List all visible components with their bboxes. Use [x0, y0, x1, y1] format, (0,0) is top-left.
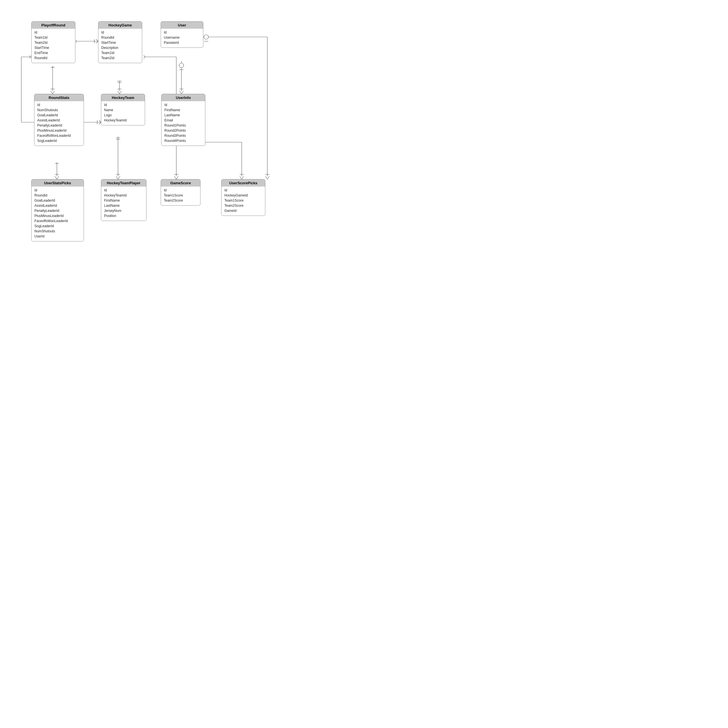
field-rs-assistleaderid: AssistLeaderId — [37, 118, 81, 123]
field-htp-lastname: LastName — [104, 203, 143, 208]
svg-line-24 — [116, 176, 118, 179]
entity-userscorepicks-body: Id HockeyGameId Team1Score Team2Score Ga… — [222, 187, 265, 216]
field-rs-id: Id — [37, 102, 81, 107]
field-usp-assistleaderid: AssistLeaderId — [34, 203, 81, 208]
field-hg-description: Description — [101, 45, 139, 50]
entity-hockeygame-header: HockeyGame — [98, 21, 142, 29]
svg-line-25 — [118, 176, 120, 179]
field-uscp-hockeygameid: HockeyGameId — [224, 193, 262, 198]
svg-line-32 — [242, 176, 244, 179]
entity-roundstats-body: Id NumShutouts GoalLeaderId AssistLeader… — [34, 101, 84, 145]
field-usp-userid: UserId — [34, 234, 81, 239]
field-htp-position: Position — [104, 213, 143, 219]
entity-roundstats: RoundStats Id NumShutouts GoalLeaderId A… — [34, 94, 84, 146]
field-pr-endtime: EndTime — [34, 50, 72, 55]
field-usp-numshutouts: NumShutouts — [34, 229, 81, 234]
svg-line-48 — [144, 57, 145, 58]
field-pr-team2id: Team2Id — [34, 40, 72, 45]
field-rs-goalleaderid: GoalLeaderId — [37, 113, 81, 118]
entity-userscorepicks: UserScorePicks Id HockeyGameId Team1Scor… — [221, 179, 265, 216]
field-u-password: Password — [164, 40, 200, 45]
svg-line-45 — [176, 176, 178, 179]
entity-hockeyteam-body: Id Name Logo HockeyTeamId — [101, 101, 145, 125]
field-uscp-team2score: Team2Score — [224, 203, 262, 208]
field-gs-team2score: Team2Score — [164, 198, 197, 203]
svg-line-52 — [265, 176, 267, 179]
diagram-container: PlayoffRound Id Team1Id Team2Id StartTim… — [0, 0, 307, 307]
entity-userstatspicks-header: UserStatsPicks — [32, 179, 84, 187]
field-gs-team1score: Team1Score — [164, 193, 197, 198]
entity-userstatspicks: UserStatsPicks Id RoundId GoalLeaderId A… — [31, 179, 84, 242]
field-ht-name: Name — [104, 107, 142, 113]
field-u-username: Username — [164, 35, 200, 40]
svg-point-18 — [179, 63, 184, 68]
svg-line-61 — [99, 122, 101, 124]
field-usp-id: Id — [34, 188, 81, 193]
field-ui-email: Email — [164, 118, 202, 123]
field-usp-faceoffswonleaderid: FaceoffsWonLeaderId — [34, 219, 81, 223]
entity-user-body: Id Username Password — [161, 29, 203, 47]
svg-line-60 — [99, 120, 101, 122]
field-htp-firstname: FirstName — [104, 198, 143, 203]
entity-userinfo: UserInfo Id FirstName LastName Email Rou… — [161, 94, 205, 146]
field-rs-faceoffswonleaderid: FaceoffsWonLeaderId — [37, 133, 81, 138]
entity-userinfo-body: Id FirstName LastName Email Round1Points… — [162, 101, 205, 145]
svg-line-31 — [240, 176, 242, 179]
svg-line-39 — [57, 176, 59, 179]
field-u-id: Id — [164, 30, 200, 35]
entity-playoffround: PlayoffRound Id Team1Id Team2Id StartTim… — [31, 21, 75, 63]
entity-gamescore-header: GameScore — [161, 179, 200, 187]
svg-line-14 — [96, 39, 98, 41]
field-ui-firstname: FirstName — [164, 107, 202, 113]
entity-hockeygame-body: Id RoundId StartTime Description Team1Id… — [98, 29, 142, 63]
svg-line-53 — [267, 176, 269, 179]
field-rs-plusminusleaderid: PlusMinusLeaderId — [37, 128, 81, 133]
entity-hockeyteamplayer-body: Id HockeyTeamId FirstName LastName Jerse… — [101, 187, 146, 221]
entity-hockeygame: HockeyGame Id RoundId StartTime Descript… — [98, 21, 142, 63]
entity-user-header: User — [161, 21, 203, 29]
field-ui-round4points: Round4Points — [164, 138, 202, 143]
field-htp-jerseynum: JerseyNum — [104, 208, 143, 213]
field-usp-plusminusleaderid: PlusMinusLeaderId — [34, 213, 81, 219]
entity-hockeyteam: HockeyTeam Id Name Logo HockeyTeamId — [101, 94, 145, 125]
svg-line-8 — [119, 91, 121, 94]
svg-line-15 — [96, 41, 98, 43]
entity-gamescore: GameScore Id Team1Score Team2Score — [161, 179, 200, 206]
field-pr-id: Id — [34, 30, 72, 35]
field-ht-id: Id — [104, 102, 142, 107]
field-hg-team2id: Team2Id — [101, 55, 139, 61]
field-rs-sogleaderid: SogLeaderId — [37, 138, 81, 143]
field-htp-id: Id — [104, 188, 143, 193]
svg-line-47 — [144, 55, 145, 57]
svg-line-2 — [53, 91, 55, 94]
field-rs-numshutouts: NumShutouts — [37, 107, 81, 113]
field-htp-hockeyteamid: HockeyTeamId — [104, 193, 143, 198]
entity-playoffround-body: Id Team1Id Team2Id StartTime EndTime Rou… — [32, 29, 75, 63]
field-ui-round1points: Round1Points — [164, 123, 202, 128]
entity-playoffround-header: PlayoffRound — [32, 21, 75, 29]
field-pr-team1id: Team1Id — [34, 35, 72, 40]
field-hg-team1id: Team1Id — [101, 50, 139, 55]
field-usp-sogleaderid: SogLeaderId — [34, 223, 81, 229]
entity-hockeyteamplayer: HockeyTeamPlayer Id HockeyTeamId FirstNa… — [101, 179, 147, 221]
field-usp-penaltyleaderid: PenaltyLeaderId — [34, 208, 81, 213]
field-pr-roundid: RoundId — [34, 55, 72, 61]
field-uscp-gameid: GameId — [224, 208, 262, 213]
field-rs-penaltyleaderid: PenaltyLeaderId — [37, 123, 81, 128]
field-uscp-team1score: Team1Score — [224, 198, 262, 203]
field-ht-hockeyteamid: HockeyTeamId — [104, 118, 142, 123]
field-usp-goalleaderid: GoalLeaderId — [34, 198, 81, 203]
field-ui-lastname: LastName — [164, 113, 202, 118]
svg-line-20 — [179, 91, 181, 94]
svg-line-1 — [50, 91, 53, 94]
field-usp-roundid: RoundId — [34, 193, 81, 198]
entity-userinfo-header: UserInfo — [162, 94, 205, 101]
field-ui-round2points: Round2Points — [164, 128, 202, 133]
svg-line-7 — [118, 91, 119, 94]
svg-point-55 — [204, 35, 208, 39]
entity-gamescore-body: Id Team1Score Team2Score — [161, 187, 200, 205]
field-ui-id: Id — [164, 102, 202, 107]
entity-hockeyteam-header: HockeyTeam — [101, 94, 145, 101]
svg-line-44 — [174, 176, 176, 179]
entity-user: User Id Username Password — [161, 21, 203, 48]
